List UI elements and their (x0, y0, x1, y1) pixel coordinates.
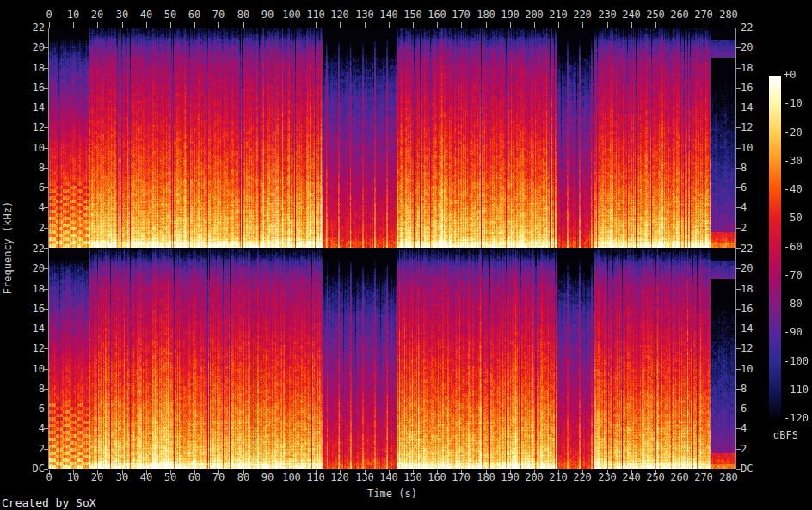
colorbar-tick-label: -60 (784, 242, 803, 253)
freq-tick-label-right: DC (741, 464, 772, 475)
credit-text: Created by SoX (2, 496, 96, 509)
time-tick-top (73, 22, 74, 28)
colorbar-tick-label: -40 (784, 184, 803, 195)
colorbar-tick-label: -10 (784, 98, 803, 109)
freq-tick-label-left: 22 (14, 243, 45, 255)
time-tick-top (582, 22, 583, 28)
time-tick-top (268, 22, 268, 28)
freq-tick-label-right: 4 (741, 423, 772, 434)
freq-tick-label-right: 14 (741, 102, 772, 114)
time-tick-top (413, 22, 414, 28)
time-tick-top (49, 22, 50, 28)
time-tick-top (340, 22, 341, 28)
freq-tick-label-left: 8 (14, 163, 45, 174)
freq-tick-label-right: 12 (741, 122, 772, 133)
time-tick-top (292, 22, 292, 28)
time-tick-top (680, 22, 680, 28)
time-tick-top (461, 22, 462, 28)
colorbar-tick-label: -20 (784, 127, 803, 138)
time-tick-top (243, 22, 244, 28)
colorbar-tick-label: +0 (784, 70, 796, 81)
freq-tick-label-right: 18 (741, 63, 772, 74)
freq-tick-label-right: 16 (741, 83, 772, 94)
colorbar-tick-label: -100 (784, 356, 809, 367)
time-tick-top (194, 22, 195, 28)
time-tick-top (97, 22, 98, 28)
sox-spectrogram-window: Frequency (kHz) 001010202030304040505060… (0, 0, 812, 510)
time-tick-top (146, 22, 147, 28)
freq-tick-label-left: DC (14, 464, 45, 475)
freq-tick-label-left: 12 (14, 343, 45, 354)
time-tick-top (218, 22, 219, 28)
freq-tick-label-right: 8 (741, 384, 772, 395)
freq-tick-label-right: 4 (741, 202, 772, 213)
freq-tick-label-right: 16 (741, 304, 772, 315)
freq-tick-label-left: 4 (14, 423, 45, 434)
freq-axis-title: Frequency (kHz) (2, 144, 14, 351)
freq-tick-label-right: 18 (741, 284, 772, 295)
freq-tick-label-left: 2 (14, 223, 45, 234)
colorbar-unit-label: dBFS (773, 429, 798, 441)
time-axis-title: Time (s) (49, 488, 735, 500)
time-tick-top (510, 22, 511, 28)
time-tick-top (558, 22, 559, 28)
freq-tick-label-left: 22 (14, 22, 45, 34)
freq-tick-label-right: 14 (741, 323, 772, 335)
colorbar-tick-label: -70 (784, 270, 803, 281)
time-tick-top (631, 22, 632, 28)
time-tick-label-top: 280 (711, 9, 746, 21)
left-axis-line (48, 28, 49, 469)
freq-tick-label-left: 2 (14, 444, 45, 455)
time-tick-top (389, 22, 390, 28)
freq-tick-label-left: 4 (14, 202, 45, 213)
freq-tick-label-left: 10 (14, 364, 45, 375)
freq-tick-label-left: 20 (14, 42, 45, 53)
colorbar-tick-label: -90 (784, 327, 803, 338)
freq-tick-label-left: 12 (14, 122, 45, 133)
colorbar-tick-label: -30 (784, 156, 803, 167)
freq-tick-label-left: 6 (14, 403, 45, 415)
freq-tick-label-left: 18 (14, 284, 45, 295)
freq-tick-label-right: 10 (741, 143, 772, 154)
freq-tick-label-right: 2 (741, 444, 772, 455)
freq-tick-label-right: 10 (741, 364, 772, 375)
time-tick-top (316, 22, 317, 28)
freq-tick-label-right: 20 (741, 263, 772, 274)
time-tick-top (655, 22, 656, 28)
time-tick-top (534, 22, 535, 28)
freq-tick-label-right: 8 (741, 163, 772, 174)
spectrogram-channel-1 (49, 28, 735, 248)
freq-tick-label-left: 6 (14, 182, 45, 194)
colorbar-tick-label: -50 (784, 212, 803, 224)
colorbar-tick-label: -110 (784, 384, 809, 396)
time-tick-top (365, 22, 366, 28)
freq-tick-label-left: 14 (14, 323, 45, 335)
freq-tick-label-left: 8 (14, 384, 45, 395)
freq-tick-label-right: 22 (741, 243, 772, 255)
freq-tick-label-left: 16 (14, 83, 45, 94)
time-tick-top (486, 22, 487, 28)
colorbar-gradient (769, 76, 781, 419)
freq-tick-label-left: 16 (14, 304, 45, 315)
freq-tick-label-left: 14 (14, 102, 45, 114)
freq-tick-label-right: 22 (741, 22, 772, 34)
freq-tick-label-right: 6 (741, 182, 772, 194)
time-tick-top (437, 22, 438, 28)
freq-tick-label-right: 2 (741, 223, 772, 234)
freq-tick-label-right: 6 (741, 403, 772, 415)
freq-tick-label-right: 20 (741, 42, 772, 53)
freq-tick-label-left: 18 (14, 63, 45, 74)
time-tick-top (170, 22, 171, 28)
freq-tick-label-left: 20 (14, 263, 45, 274)
freq-tick-label-right: 12 (741, 343, 772, 354)
time-tick-top (704, 22, 704, 28)
colorbar-tick-label: -80 (784, 298, 803, 310)
time-tick-top (607, 22, 608, 28)
colorbar-tick-label: -120 (784, 413, 809, 424)
freq-tick-label-left: 10 (14, 143, 45, 154)
spectrogram-channel-2 (49, 249, 735, 469)
time-tick-top (729, 22, 729, 28)
time-tick-top (122, 22, 123, 28)
